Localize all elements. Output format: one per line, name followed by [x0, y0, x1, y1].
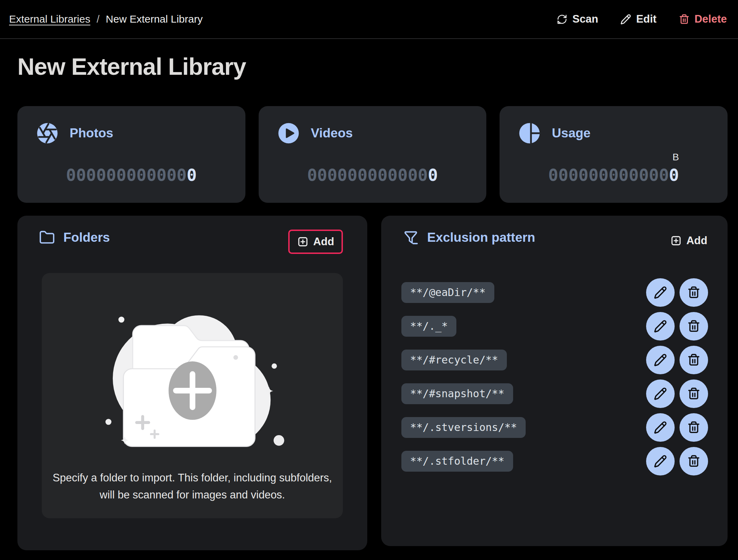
breadcrumb-separator: / — [96, 13, 99, 25]
exclusion-pattern-row: **/.stversions/** — [401, 410, 708, 444]
add-exclusion-pattern-button[interactable]: Add — [670, 234, 707, 247]
edit-pattern-button[interactable] — [646, 346, 675, 374]
external-library-detail-page: External Libraries / New External Librar… — [0, 0, 738, 560]
pencil-icon — [654, 353, 667, 367]
exclusion-pattern-row: **/@eaDir/** — [401, 275, 708, 309]
usage-unit: B — [673, 151, 679, 163]
add-folder-button[interactable]: Add — [288, 230, 343, 254]
scan-button-label: Scan — [572, 13, 598, 25]
pencil-icon — [654, 421, 667, 434]
usage-label: Usage — [552, 126, 590, 141]
delete-button[interactable]: Delete — [679, 13, 727, 25]
folders-empty-caption: Specify a folder to import. This folder,… — [50, 469, 335, 503]
trash-icon — [687, 286, 700, 299]
delete-pattern-button[interactable] — [680, 447, 708, 475]
sync-icon — [557, 14, 567, 25]
add-exclusion-button-label: Add — [686, 234, 707, 247]
photos-label: Photos — [70, 126, 113, 141]
trash-icon — [687, 387, 700, 400]
exclusion-pattern-row: **/._* — [401, 309, 708, 343]
stat-cards: Photos 0000000000000 Videos 000000000000… — [17, 106, 728, 203]
folders-panel-title: Folders — [63, 230, 110, 245]
plus-square-icon — [297, 236, 309, 248]
exclusion-pattern-value: **/#snapshot/** — [401, 383, 513, 404]
usage-count: B 0000000000000 — [500, 165, 728, 185]
header-bar: External Libraries / New External Librar… — [0, 0, 738, 39]
pencil-icon — [654, 387, 667, 400]
header-actions: Scan Edit Delete — [557, 13, 727, 25]
edit-button[interactable]: Edit — [620, 13, 657, 25]
pencil-icon — [654, 286, 667, 299]
page-title: New External Library — [17, 53, 246, 80]
edit-pattern-button[interactable] — [646, 278, 675, 307]
aperture-icon — [36, 122, 58, 144]
delete-pattern-button[interactable] — [680, 346, 708, 374]
breadcrumb: External Libraries / New External Librar… — [9, 13, 203, 25]
plus-square-icon — [670, 235, 682, 247]
pencil-icon — [620, 14, 631, 25]
scan-button[interactable]: Scan — [557, 13, 598, 25]
videos-label: Videos — [311, 126, 353, 141]
add-folder-button-label: Add — [313, 235, 334, 248]
trash-icon — [687, 421, 700, 434]
trash-icon — [679, 14, 690, 25]
folder-plus-illustration — [88, 304, 297, 450]
filter-minus-icon — [403, 230, 419, 246]
breadcrumb-current: New External Library — [106, 13, 203, 25]
delete-button-label: Delete — [694, 13, 727, 25]
exclusion-panel-title: Exclusion pattern — [427, 230, 535, 245]
pie-chart-icon — [518, 122, 541, 144]
edit-pattern-button[interactable] — [646, 379, 675, 408]
delete-pattern-button[interactable] — [680, 413, 708, 442]
folders-empty-state: Specify a folder to import. This folder,… — [42, 273, 343, 518]
exclusion-pattern-row: **/.stfolder/** — [401, 444, 708, 478]
folders-panel: Folders Add — [17, 216, 367, 550]
folder-icon — [39, 230, 55, 246]
videos-count: 0000000000000 — [259, 165, 487, 185]
photos-count: 0000000000000 — [17, 165, 245, 185]
exclusion-pattern-row: **/#snapshot/** — [401, 377, 708, 410]
trash-icon — [687, 353, 700, 367]
edit-pattern-button[interactable] — [646, 312, 675, 341]
exclusion-pattern-panel: Exclusion pattern Add **/@eaDir/** — [381, 216, 728, 546]
photos-stat-card: Photos 0000000000000 — [17, 106, 245, 203]
delete-pattern-button[interactable] — [680, 278, 708, 307]
exclusion-pattern-row: **/#recycle/** — [401, 343, 708, 377]
exclusion-pattern-value: **/.stversions/** — [401, 417, 526, 438]
pencil-icon — [654, 320, 667, 333]
exclusion-pattern-value: **/@eaDir/** — [401, 282, 494, 303]
exclusion-pattern-value: **/.stfolder/** — [401, 451, 513, 472]
delete-pattern-button[interactable] — [680, 312, 708, 341]
videos-stat-card: Videos 0000000000000 — [259, 106, 487, 203]
breadcrumb-external-libraries-link[interactable]: External Libraries — [9, 13, 90, 25]
edit-pattern-button[interactable] — [646, 413, 675, 442]
exclusion-pattern-list: **/@eaDir/** **/._* — [401, 275, 708, 478]
edit-button-label: Edit — [636, 13, 657, 25]
exclusion-pattern-value: **/#recycle/** — [401, 350, 507, 370]
trash-icon — [687, 455, 700, 468]
edit-pattern-button[interactable] — [646, 447, 675, 475]
usage-stat-card: Usage B 0000000000000 — [500, 106, 728, 203]
delete-pattern-button[interactable] — [680, 379, 708, 408]
trash-icon — [687, 320, 700, 333]
exclusion-pattern-value: **/._* — [401, 316, 456, 337]
play-circle-icon — [277, 122, 300, 144]
pencil-icon — [654, 455, 667, 468]
